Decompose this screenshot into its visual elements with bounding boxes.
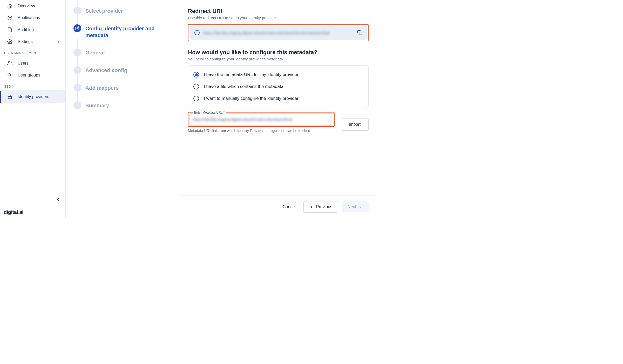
- sidebar-label: Audit log: [18, 27, 61, 32]
- info-icon: [194, 30, 200, 36]
- svg-point-3: [9, 41, 11, 43]
- chevron-right-icon: [359, 205, 363, 209]
- radio-manual-config[interactable]: I want to manually configure the identit…: [193, 93, 363, 104]
- metadata-url-label: Enter Metadata URL *: [193, 111, 226, 114]
- groups-icon: [7, 73, 12, 78]
- sidebar-collapse-button[interactable]: [0, 193, 65, 206]
- redirect-uri-title: Redirect URI: [188, 8, 369, 15]
- sidebar: Overview Applications Audit log Settings: [0, 0, 66, 218]
- sidebar-item-audit-log[interactable]: Audit log: [0, 24, 65, 36]
- svg-point-4: [8, 61, 10, 63]
- radio-metadata-file[interactable]: I have a file which contains the metadat…: [193, 81, 363, 93]
- cancel-button[interactable]: Cancel: [279, 201, 300, 212]
- copy-icon[interactable]: [357, 30, 362, 35]
- section-label-sso: SSO: [0, 81, 65, 90]
- stepper: Select provider Config identity provider…: [66, 0, 180, 218]
- import-button[interactable]: Import: [341, 118, 369, 131]
- sidebar-item-users[interactable]: Users: [0, 57, 65, 69]
- step-add-mappers[interactable]: Add mappers: [73, 84, 175, 92]
- gear-icon: [7, 39, 12, 44]
- sidebar-item-user-groups[interactable]: User groups: [0, 69, 65, 81]
- previous-button[interactable]: Previous: [303, 201, 338, 213]
- sidebar-item-applications[interactable]: Applications: [0, 12, 65, 24]
- radio-metadata-url[interactable]: I have the metadata URL for my identity …: [193, 69, 363, 81]
- redirect-uri-value: https://identity.staging.digital.ai/auth…: [204, 31, 354, 35]
- svg-rect-6: [9, 74, 11, 76]
- config-metadata-subtitle: You need to configure your identity prov…: [188, 57, 369, 61]
- config-metadata-title: How would you like to configure this met…: [188, 49, 369, 56]
- home-icon: [7, 3, 12, 9]
- redirect-uri-subtitle: Use this redirect URI to setup your iden…: [188, 16, 369, 20]
- sidebar-item-overview[interactable]: Overview: [0, 0, 65, 12]
- metadata-url-input[interactable]: https://identity.staging.digital.ai/auth…: [189, 113, 333, 125]
- redirect-uri-highlight: https://identity.staging.digital.ai/auth…: [188, 24, 369, 41]
- section-label-user-mgmt: USER MANAGEMENT: [0, 48, 65, 57]
- sidebar-label: Overview: [18, 4, 61, 8]
- file-icon: [7, 27, 12, 32]
- sidebar-label: Users: [18, 61, 61, 66]
- users-icon: [7, 61, 12, 66]
- metadata-config-options: I have the metadata URL for my identity …: [188, 65, 369, 108]
- svg-rect-11: [359, 32, 362, 35]
- sidebar-label: Settings: [18, 39, 52, 44]
- cube-icon: [7, 15, 12, 20]
- step-general[interactable]: General: [73, 48, 175, 56]
- step-config-idp-metadata[interactable]: Config identity provider and metadata: [73, 24, 175, 39]
- step-select-provider[interactable]: Select provider: [73, 7, 175, 15]
- metadata-url-help: Metadata URL link from which Identity Pr…: [188, 128, 335, 134]
- sidebar-label: User groups: [18, 73, 61, 78]
- footer-actions: Cancel Previous Next: [180, 195, 376, 218]
- edit-icon: [73, 24, 81, 32]
- next-button: Next: [342, 201, 369, 212]
- sidebar-item-identity-providers[interactable]: Identity providers: [0, 91, 65, 103]
- brand-logo: digital.ai: [0, 206, 65, 218]
- chevron-left-icon: [309, 205, 314, 209]
- chevron-left-icon: [56, 197, 61, 202]
- step-summary[interactable]: Summary: [73, 101, 175, 109]
- sidebar-label: Applications: [18, 16, 61, 20]
- step-advanced-config[interactable]: Advanced config: [73, 66, 175, 74]
- sidebar-item-settings[interactable]: Settings: [0, 36, 65, 48]
- main-content: Redirect URI Use this redirect URI to se…: [180, 0, 376, 218]
- svg-rect-7: [8, 96, 11, 99]
- sidebar-label: Identity providers: [18, 94, 61, 99]
- metadata-url-highlight: Enter Metadata URL * https://identity.st…: [188, 112, 335, 127]
- redirect-uri-box: https://identity.staging.digital.ai/auth…: [189, 26, 367, 40]
- chevron-right-icon: [58, 40, 61, 43]
- lock-icon: [7, 94, 12, 99]
